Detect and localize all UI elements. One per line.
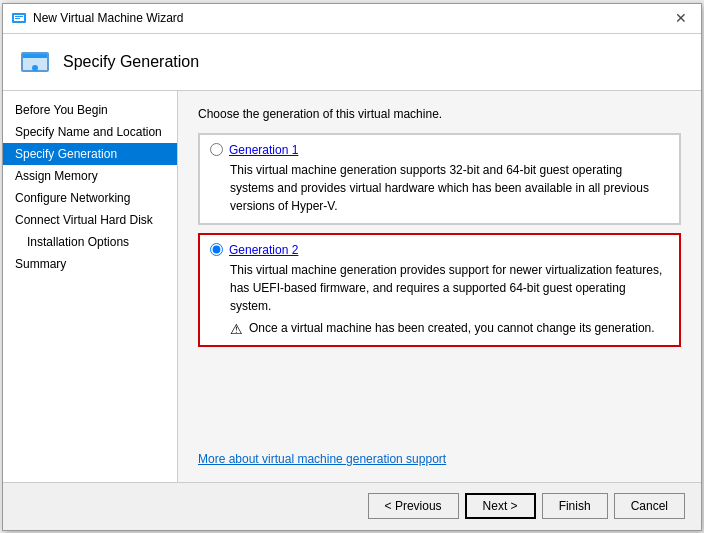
previous-button[interactable]: < Previous bbox=[368, 493, 459, 519]
title-bar-icon bbox=[11, 10, 27, 26]
link-section: More about virtual machine generation su… bbox=[198, 452, 681, 466]
generation2-description: This virtual machine generation provides… bbox=[230, 261, 669, 315]
support-link[interactable]: More about virtual machine generation su… bbox=[198, 452, 446, 466]
cancel-button[interactable]: Cancel bbox=[614, 493, 685, 519]
header-icon bbox=[19, 46, 51, 78]
warning-text: Once a virtual machine has been created,… bbox=[249, 321, 655, 335]
generation2-label[interactable]: Generation 2 bbox=[229, 243, 298, 257]
sidebar-item-assign-memory[interactable]: Assign Memory bbox=[3, 165, 177, 187]
sidebar-item-connect-hard-disk[interactable]: Connect Virtual Hard Disk bbox=[3, 209, 177, 231]
generation1-header: Generation 1 bbox=[210, 143, 669, 157]
svg-rect-2 bbox=[15, 16, 23, 17]
generation1-option-box: Generation 1 This virtual machine genera… bbox=[198, 133, 681, 225]
generation1-label[interactable]: Generation 1 bbox=[229, 143, 298, 157]
content-description: Choose the generation of this virtual ma… bbox=[198, 107, 681, 121]
close-button[interactable]: ✕ bbox=[669, 9, 693, 27]
generation2-radio[interactable] bbox=[210, 243, 223, 256]
generation2-header: Generation 2 bbox=[210, 243, 669, 257]
warning-row: ⚠ Once a virtual machine has been create… bbox=[230, 321, 669, 337]
next-button[interactable]: Next > bbox=[465, 493, 536, 519]
svg-rect-3 bbox=[15, 18, 20, 19]
sidebar-item-installation-options[interactable]: Installation Options bbox=[3, 231, 177, 253]
sidebar-item-specify-name[interactable]: Specify Name and Location bbox=[3, 121, 177, 143]
page-title: Specify Generation bbox=[63, 53, 199, 71]
footer: < Previous Next > Finish Cancel bbox=[3, 482, 701, 530]
content-area: Choose the generation of this virtual ma… bbox=[178, 91, 701, 482]
generation1-radio[interactable] bbox=[210, 143, 223, 156]
body: Before You Begin Specify Name and Locati… bbox=[3, 91, 701, 482]
sidebar-item-configure-networking[interactable]: Configure Networking bbox=[3, 187, 177, 209]
svg-point-7 bbox=[32, 65, 38, 71]
title-bar: New Virtual Machine Wizard ✕ bbox=[3, 4, 701, 34]
generation1-description: This virtual machine generation supports… bbox=[230, 161, 669, 215]
title-bar-title: New Virtual Machine Wizard bbox=[33, 11, 669, 25]
sidebar-item-before-you-begin[interactable]: Before You Begin bbox=[3, 99, 177, 121]
finish-button[interactable]: Finish bbox=[542, 493, 608, 519]
sidebar: Before You Begin Specify Name and Locati… bbox=[3, 91, 178, 482]
sidebar-item-summary[interactable]: Summary bbox=[3, 253, 177, 275]
warning-icon: ⚠ bbox=[230, 321, 243, 337]
generation2-option-box: Generation 2 This virtual machine genera… bbox=[198, 233, 681, 347]
sidebar-item-specify-generation[interactable]: Specify Generation bbox=[3, 143, 177, 165]
window: New Virtual Machine Wizard ✕ Specify Gen… bbox=[2, 3, 702, 531]
svg-rect-6 bbox=[23, 54, 47, 58]
header-section: Specify Generation bbox=[3, 34, 701, 91]
